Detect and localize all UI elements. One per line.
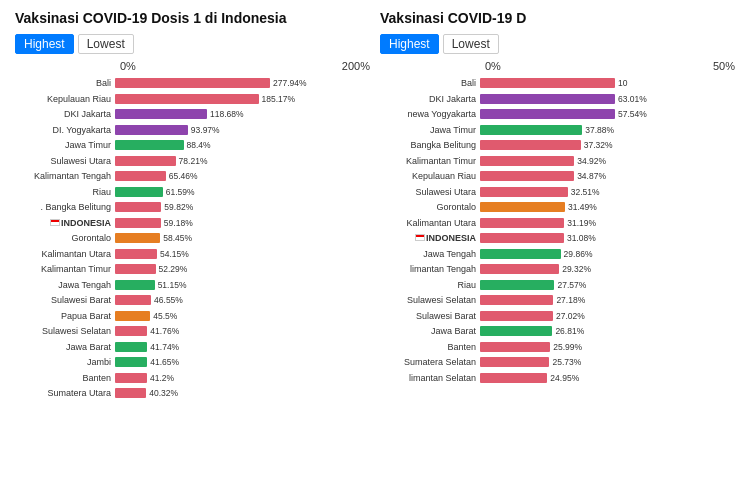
bar-fill (480, 264, 559, 274)
bar-label: DKI Jakarta (15, 109, 115, 119)
bar-item: Papua Barat45.5% (15, 309, 370, 323)
bar-value: 63.01% (618, 94, 647, 104)
bar-fill (480, 156, 574, 166)
bar-fill (480, 78, 615, 88)
bar-label: Sulawesi Selatan (380, 295, 480, 305)
right-lowest-button[interactable]: Lowest (443, 34, 499, 54)
bar-label: Kalimantan Utara (15, 249, 115, 259)
bar-container: 54.15% (115, 249, 370, 259)
bar-item: Sumatera Utara40.32% (15, 386, 370, 400)
bar-container: 25.99% (480, 342, 735, 352)
bar-container: 45.5% (115, 311, 370, 321)
bar-value: 37.88% (585, 125, 614, 135)
bar-fill (115, 187, 163, 197)
bar-item: Banten41.2% (15, 371, 370, 385)
bar-item: Gorontalo58.45% (15, 231, 370, 245)
bar-label: Jawa Tengah (380, 249, 480, 259)
bar-label: Sulawesi Utara (15, 156, 115, 166)
bar-item: limantan Tengah29.32% (380, 262, 735, 276)
bar-fill (115, 171, 166, 181)
bar-label: Bali (380, 78, 480, 88)
right-scale: 0% 50% (380, 60, 735, 72)
bar-label: Jawa Barat (15, 342, 115, 352)
bar-label: Gorontalo (15, 233, 115, 243)
bar-item: Kepulauan Riau34.87% (380, 169, 735, 183)
bar-fill (115, 326, 147, 336)
bar-container: 24.95% (480, 373, 735, 383)
bar-container: 29.86% (480, 249, 735, 259)
bar-item: Sumatera Selatan25.73% (380, 355, 735, 369)
bar-value: 29.86% (564, 249, 593, 259)
bar-label: Kalimantan Timur (15, 264, 115, 274)
bar-item: Riau61.59% (15, 185, 370, 199)
bar-fill (115, 388, 146, 398)
bar-fill (480, 326, 552, 336)
bar-value: 26.81% (555, 326, 584, 336)
bar-container: 57.54% (480, 109, 735, 119)
right-bar-list: Bali10DKI Jakarta63.01%newa Yogyakarta57… (380, 76, 735, 385)
bar-label: Sulawesi Selatan (15, 326, 115, 336)
bar-fill (480, 249, 561, 259)
bar-container: 51.15% (115, 280, 370, 290)
bar-item: Jawa Timur88.4% (15, 138, 370, 152)
bar-container: 61.59% (115, 187, 370, 197)
bar-item: Kalimantan Utara54.15% (15, 247, 370, 261)
bar-fill (115, 264, 156, 274)
bar-value: 277.94% (273, 78, 307, 88)
bar-label: limantan Selatan (380, 373, 480, 383)
bar-item: limantan Selatan24.95% (380, 371, 735, 385)
bar-fill (115, 140, 184, 150)
bar-label: DKI Jakarta (380, 94, 480, 104)
bar-label: Jawa Tengah (15, 280, 115, 290)
bar-label: Jawa Timur (380, 125, 480, 135)
bar-label: Jawa Timur (15, 140, 115, 150)
bar-item: DKI Jakarta63.01% (380, 92, 735, 106)
bar-value: 88.4% (187, 140, 211, 150)
bar-value: 25.73% (552, 357, 581, 367)
bar-item: Sulawesi Barat46.55% (15, 293, 370, 307)
right-highest-button[interactable]: Highest (380, 34, 439, 54)
left-lowest-button[interactable]: Lowest (78, 34, 134, 54)
bar-container: 59.82% (115, 202, 370, 212)
bar-item: Sulawesi Selatan41.76% (15, 324, 370, 338)
bar-fill (480, 373, 547, 383)
bar-container: 26.81% (480, 326, 735, 336)
right-toggle-row: Highest Lowest (380, 34, 735, 54)
left-highest-button[interactable]: Highest (15, 34, 74, 54)
bar-item: Sulawesi Utara32.51% (380, 185, 735, 199)
bar-item: Sulawesi Selatan27.18% (380, 293, 735, 307)
bar-label: Kepulauan Riau (15, 94, 115, 104)
bar-value: 118.68% (210, 109, 244, 119)
bar-value: 25.99% (553, 342, 582, 352)
bar-fill (115, 295, 151, 305)
bar-label: Sulawesi Barat (380, 311, 480, 321)
bar-container: 25.73% (480, 357, 735, 367)
bar-item: Kalimantan Timur34.92% (380, 154, 735, 168)
bar-value: 58.45% (163, 233, 192, 243)
bar-container: 34.87% (480, 171, 735, 181)
bar-item: Kepulauan Riau185.17% (15, 92, 370, 106)
bar-item: Bali277.94% (15, 76, 370, 90)
bar-container: 27.57% (480, 280, 735, 290)
bar-container: 41.76% (115, 326, 370, 336)
bar-label: Riau (15, 187, 115, 197)
bar-fill (115, 311, 150, 321)
bar-label: Banten (380, 342, 480, 352)
bar-container: 27.18% (480, 295, 735, 305)
bar-item: DI. Yogyakarta93.97% (15, 123, 370, 137)
bar-item: Bangka Belitung37.32% (380, 138, 735, 152)
bar-item: Sulawesi Utara78.21% (15, 154, 370, 168)
bar-value: 29.32% (562, 264, 591, 274)
bar-container: 65.46% (115, 171, 370, 181)
bar-container: 78.21% (115, 156, 370, 166)
bar-value: 59.82% (164, 202, 193, 212)
bar-fill (115, 249, 157, 259)
bar-value: 185.17% (262, 94, 296, 104)
bar-label: limantan Tengah (380, 264, 480, 274)
bar-container: 185.17% (115, 94, 370, 104)
indonesia-flag-icon (50, 219, 60, 226)
bar-item: Banten25.99% (380, 340, 735, 354)
bar-value: 41.74% (150, 342, 179, 352)
bar-container: 59.18% (115, 218, 370, 228)
bar-value: 27.02% (556, 311, 585, 321)
